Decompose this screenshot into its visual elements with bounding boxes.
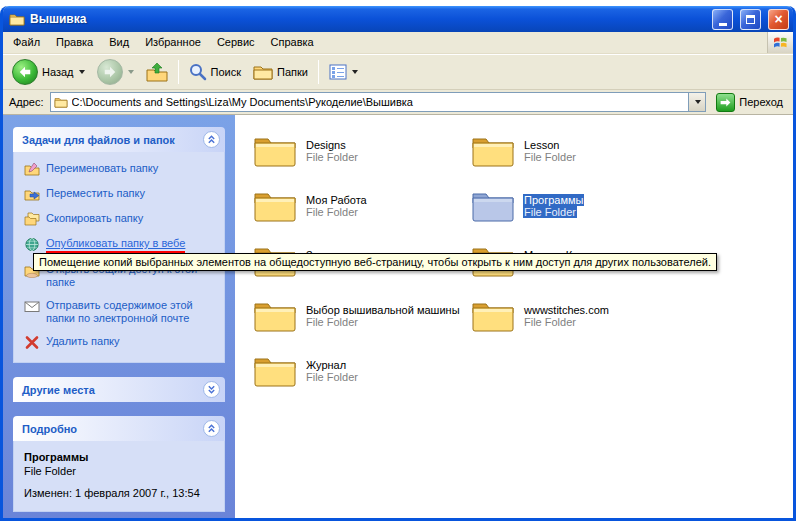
file-tile[interactable]: Lesson File Folder [471,123,689,178]
file-list: Designs File Folder Lesson File Folder М… [235,115,793,518]
forward-dropdown-icon [128,70,134,74]
file-name: Lesson [523,139,577,151]
forward-icon [97,59,123,85]
forward-button[interactable] [92,57,139,87]
up-button[interactable] [141,60,173,84]
file-name: wwwstitches.com [523,304,610,316]
views-icon [329,64,347,80]
delete-icon [24,335,40,350]
file-tasks-title: Задачи для файлов и папок [22,134,175,146]
content-area: Задачи для файлов и папок Переименовать … [3,115,793,518]
maximize-button[interactable] [740,9,761,30]
task-label: Удалить папку [46,335,120,348]
address-label: Адрес: [9,96,44,108]
search-icon [189,63,207,81]
menu-item[interactable]: Файл [5,32,48,53]
file-name: Выбор вышивальной машины [305,304,461,316]
file-tile[interactable]: Выбор вышивальной машины File Folder [253,288,471,343]
file-type: File Folder [305,206,368,218]
task-label: Переместить папку [46,187,145,200]
details-body: Программы File Folder Изменен: 1 февраля… [13,441,225,512]
menu-item[interactable]: Вид [101,32,137,53]
task-label: Скопировать папку [46,212,143,225]
address-folder-icon [54,96,68,108]
menu-items: ФайлПравкаВидИзбранноеСервисСправка [5,32,322,53]
window-folder-icon [9,12,25,26]
folders-button[interactable]: Папки [248,62,313,82]
address-input[interactable]: C:\Documents and Settings\Liza\My Docume… [50,92,707,112]
details-file-name: Программы [24,451,216,463]
back-label: Назад [42,66,74,78]
minimize-button[interactable] [712,9,733,30]
move-folder-icon [24,187,40,202]
file-name: Программы [523,194,584,206]
task-label: Опубликовать папку в вебе [46,237,185,253]
other-places-header[interactable]: Другие места [13,377,225,402]
go-label: Переход [739,96,783,108]
file-tile[interactable]: Журнал File Folder [253,343,471,398]
task-item[interactable]: Скопировать папку [24,212,220,227]
go-button[interactable]: Переход [712,92,787,113]
file-tasks-header[interactable]: Задачи для файлов и папок [13,127,225,152]
task-item[interactable]: Отправить содержимое этой папки по элект… [24,299,220,325]
search-button[interactable]: Поиск [184,61,246,83]
window-title: Вышивка [30,12,705,26]
folder-icon [253,189,297,223]
file-type: File Folder [523,151,577,163]
address-bar: Адрес: C:\Documents and Settings\Liza\My… [3,90,793,115]
file-type: File Folder [305,316,461,328]
file-tile[interactable]: Designs File Folder [253,123,471,178]
file-tile[interactable]: Программы File Folder [471,178,689,233]
details-modified: Изменен: 1 февраля 2007 г., 13:54 [24,487,216,499]
menu-item[interactable]: Справка [263,32,322,53]
other-places-panel: Другие места [13,377,225,402]
menu-item[interactable]: Сервис [209,32,263,53]
back-button[interactable]: Назад [7,57,90,87]
folder-icon [471,189,515,223]
task-item[interactable]: Переместить папку [24,187,220,202]
address-dropdown-button[interactable] [688,93,705,111]
file-tasks-panel: Задачи для файлов и папок Переименовать … [13,127,225,363]
task-pane: Задачи для файлов и папок Переименовать … [3,115,235,518]
collapse-chevron-icon[interactable] [203,131,220,148]
folder-icon [471,134,515,168]
folder-icon [253,134,297,168]
search-label: Поиск [211,66,241,78]
folder-icon [253,354,297,388]
windows-logo-icon [767,32,793,53]
file-tile[interactable]: wwwstitches.com File Folder [471,288,689,343]
menu-item[interactable]: Избранное [137,32,209,53]
task-item[interactable]: Опубликовать папку в вебе [24,237,220,253]
address-path: C:\Documents and Settings\Liza\My Docume… [72,96,685,108]
file-name: Журнал [305,359,359,371]
close-button[interactable]: × [768,9,789,30]
file-type: File Folder [305,151,359,163]
file-name: Моя Работа [305,194,368,206]
views-button[interactable] [324,62,363,82]
task-item[interactable]: Переименовать папку [24,162,220,177]
folder-icon [253,299,297,333]
copy-folder-icon [24,212,40,227]
views-dropdown-icon[interactable] [352,70,358,74]
back-icon [12,59,38,85]
details-file-type: File Folder [24,465,216,477]
toolbar: Назад Поиск Папки [3,54,793,90]
other-places-title: Другие места [22,384,95,396]
publish-web-icon [24,237,40,252]
collapse-chevron-icon[interactable] [203,420,220,437]
menu-item[interactable]: Правка [48,32,101,53]
task-label: Переименовать папку [46,162,158,175]
file-tile[interactable]: Моя Работа File Folder [253,178,471,233]
up-folder-icon [146,62,168,82]
task-item[interactable]: Удалить папку [24,335,220,350]
details-title: Подробно [22,423,77,435]
file-name: Designs [305,139,359,151]
folders-label: Папки [277,66,308,78]
details-header[interactable]: Подробно [13,416,225,441]
back-dropdown-icon[interactable] [79,70,85,74]
file-type: File Folder [305,371,359,383]
title-bar[interactable]: Вышивка × [3,6,793,32]
file-type: File Folder [523,206,584,218]
task-label: Отправить содержимое этой папки по элект… [46,299,220,325]
expand-chevron-icon[interactable] [203,381,220,398]
